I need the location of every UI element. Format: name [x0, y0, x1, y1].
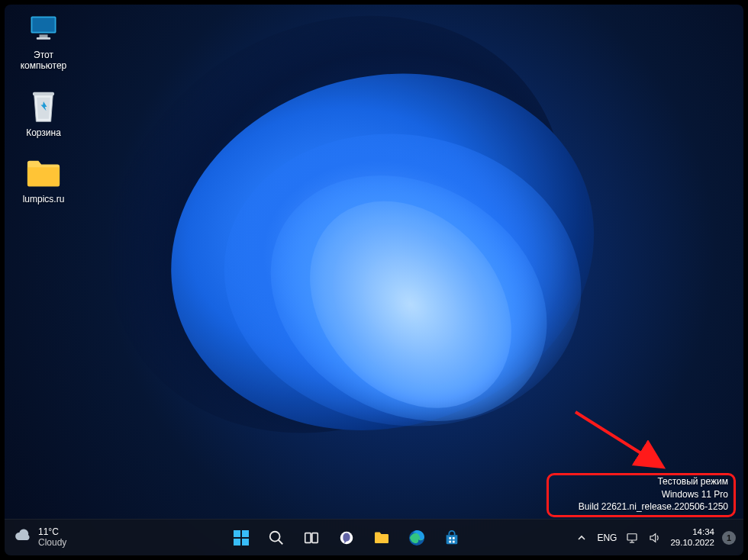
svg-rect-18	[450, 540, 452, 542]
language-indicator[interactable]: ENG	[597, 533, 617, 543]
taskbar: 11°C Cloudy	[5, 519, 743, 555]
task-view-button[interactable]	[296, 523, 327, 553]
svg-rect-13	[312, 533, 318, 542]
svg-rect-6	[234, 530, 240, 537]
edge-button[interactable]	[401, 523, 432, 553]
weather-cloud-icon	[14, 527, 32, 548]
weather-condition: Cloudy	[38, 538, 66, 548]
svg-rect-1	[32, 18, 54, 31]
chat-icon	[338, 529, 355, 546]
svg-rect-20	[627, 533, 637, 539]
svg-rect-7	[242, 530, 249, 537]
taskbar-clock[interactable]: 14:34 29.10.2022	[670, 527, 714, 547]
search-button[interactable]	[261, 523, 292, 553]
volume-button[interactable]	[647, 530, 663, 546]
windows-logo-icon	[232, 529, 250, 547]
recycle-bin-icon	[25, 89, 62, 125]
edge-icon	[408, 529, 426, 547]
network-icon	[625, 531, 639, 545]
notification-count: 1	[727, 533, 731, 542]
taskbar-center	[119, 523, 574, 553]
svg-rect-19	[453, 540, 455, 542]
start-button[interactable]	[226, 523, 256, 553]
svg-rect-3	[37, 37, 50, 40]
notification-center-button[interactable]: 1	[722, 531, 736, 545]
folder-icon	[25, 155, 62, 191]
annotation-arrow-icon	[568, 404, 675, 473]
watermark-line-3: Build 22621.ni_release.220506-1250	[579, 500, 728, 513]
clock-time: 14:34	[670, 527, 714, 537]
desktop-icons: Этот компьютер Корзина lumpics.ru	[12, 11, 81, 222]
weather-temp: 11°C	[38, 527, 66, 537]
taskbar-system-tray: ENG 14:34 29.10.2022 1	[574, 527, 743, 547]
network-button[interactable]	[624, 530, 640, 546]
tray-overflow-button[interactable]	[574, 530, 589, 546]
desktop-icon-this-pc[interactable]: Этот компьютер	[12, 11, 75, 72]
file-explorer-button[interactable]	[366, 523, 397, 553]
desktop-screen: Этот компьютер Корзина lumpics.ru	[5, 5, 743, 555]
icon-label: Этот компьютер	[21, 50, 67, 71]
store-button[interactable]	[437, 523, 467, 553]
clock-date: 29.10.2022	[670, 538, 714, 548]
monitor-icon	[25, 11, 62, 47]
wallpaper-bloom	[5, 5, 743, 555]
desktop-icon-folder[interactable]: lumpics.ru	[12, 155, 75, 205]
svg-line-11	[279, 539, 283, 544]
svg-rect-2	[40, 34, 48, 37]
svg-rect-4	[33, 92, 54, 95]
watermark-line-1: Тестовый режим	[579, 475, 728, 488]
svg-rect-12	[305, 533, 311, 542]
svg-line-5	[576, 412, 658, 464]
svg-point-10	[270, 531, 280, 541]
store-icon	[443, 529, 460, 546]
speaker-icon	[648, 531, 662, 545]
task-view-icon	[303, 529, 320, 546]
svg-rect-17	[453, 537, 455, 539]
widgets-button[interactable]	[331, 523, 362, 553]
icon-label: Корзина	[26, 127, 61, 138]
chevron-up-icon	[577, 533, 586, 542]
desktop-icon-recycle-bin[interactable]: Корзина	[12, 89, 75, 139]
folder-icon	[372, 529, 391, 547]
svg-rect-9	[242, 539, 249, 546]
taskbar-weather-widget[interactable]: 11°C Cloudy	[5, 527, 119, 548]
search-icon	[268, 529, 285, 546]
svg-rect-16	[450, 537, 452, 539]
svg-rect-8	[234, 539, 240, 546]
icon-label: lumpics.ru	[23, 194, 65, 204]
watermark-line-2: Windows 11 Pro	[579, 488, 728, 500]
test-mode-watermark: Тестовый режим Windows 11 Pro Build 2262…	[579, 475, 728, 513]
